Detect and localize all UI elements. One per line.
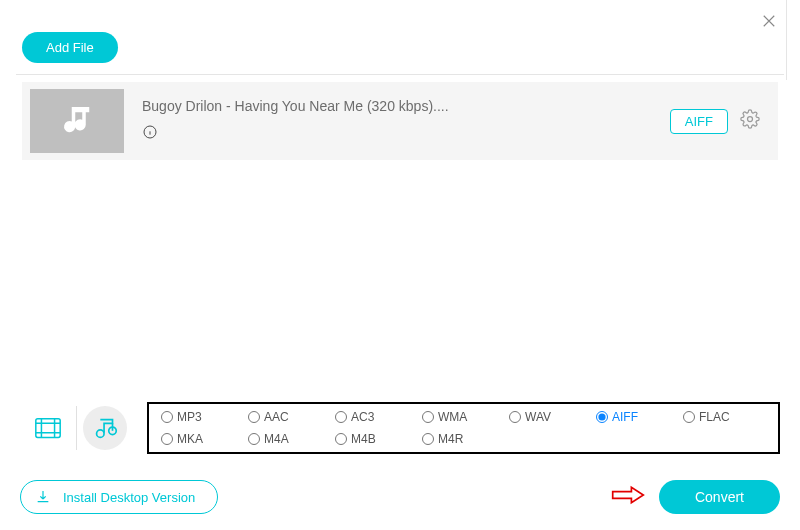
- format-option: [683, 432, 766, 446]
- format-option[interactable]: AC3: [335, 410, 418, 424]
- format-option[interactable]: FLAC: [683, 410, 766, 424]
- format-label: AAC: [264, 410, 289, 424]
- install-desktop-button[interactable]: Install Desktop Version: [20, 480, 218, 514]
- tab-audio[interactable]: [77, 401, 133, 455]
- audio-thumbnail: [30, 89, 124, 153]
- format-panel: MP3AACAC3WMAWAVAIFFFLACMKAM4AM4BM4R: [20, 396, 780, 460]
- file-row: Bugoy Drilon - Having You Near Me (320 k…: [22, 82, 778, 160]
- format-option[interactable]: AIFF: [596, 410, 679, 424]
- format-option[interactable]: M4B: [335, 432, 418, 446]
- arrow-annotation: [611, 485, 645, 509]
- format-label: M4R: [438, 432, 463, 446]
- format-label: WAV: [525, 410, 551, 424]
- info-icon[interactable]: [142, 124, 670, 144]
- format-option[interactable]: WAV: [509, 410, 592, 424]
- format-label: M4A: [264, 432, 289, 446]
- file-title: Bugoy Drilon - Having You Near Me (320 k…: [142, 98, 670, 114]
- format-label: WMA: [438, 410, 467, 424]
- format-label: AC3: [351, 410, 374, 424]
- svg-point-3: [97, 430, 105, 438]
- format-option[interactable]: AAC: [248, 410, 331, 424]
- format-option[interactable]: M4A: [248, 432, 331, 446]
- format-option[interactable]: WMA: [422, 410, 505, 424]
- format-options-box: MP3AACAC3WMAWAVAIFFFLACMKAM4AM4BM4R: [147, 402, 780, 454]
- format-label: MP3: [177, 410, 202, 424]
- format-option[interactable]: MKA: [161, 432, 244, 446]
- format-label: MKA: [177, 432, 203, 446]
- close-icon[interactable]: [760, 12, 778, 34]
- download-icon: [35, 489, 51, 505]
- format-label: M4B: [351, 432, 376, 446]
- convert-button[interactable]: Convert: [659, 480, 780, 514]
- format-option: [509, 432, 592, 446]
- install-desktop-label: Install Desktop Version: [63, 490, 195, 505]
- format-option[interactable]: MP3: [161, 410, 244, 424]
- format-option: [596, 432, 679, 446]
- format-option[interactable]: M4R: [422, 432, 505, 446]
- format-label: FLAC: [699, 410, 730, 424]
- format-label: AIFF: [612, 410, 638, 424]
- svg-rect-2: [36, 419, 60, 438]
- add-file-button[interactable]: Add File: [22, 32, 118, 63]
- current-format-badge[interactable]: AIFF: [670, 109, 728, 134]
- tab-video[interactable]: [20, 401, 76, 455]
- scrollbar-track[interactable]: [786, 0, 800, 80]
- svg-point-1: [748, 117, 753, 122]
- gear-icon[interactable]: [740, 109, 760, 133]
- divider: [16, 74, 784, 75]
